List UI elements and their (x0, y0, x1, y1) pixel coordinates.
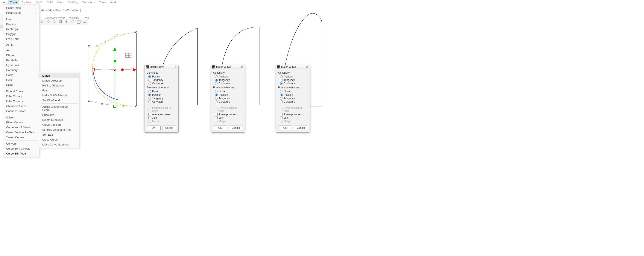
ok-button[interactable]: OK (213, 126, 227, 130)
dialog-titlebar[interactable]: Match Curve✕ (144, 65, 178, 69)
pan-icon[interactable] (40, 20, 45, 24)
menu-item-match[interactable]: Match (39, 73, 79, 78)
menu-item-move-curve-segment[interactable]: Move Curve Segment (39, 142, 79, 147)
menu-item-ellipse[interactable]: Ellipse› (3, 53, 39, 58)
menu-item-curve-from-objects[interactable]: Curve from Objects› (3, 146, 39, 151)
radio-position[interactable]: Position (278, 75, 308, 78)
menu-item-free-form[interactable]: Free-Form› (3, 36, 39, 42)
menu-item-connect-curves[interactable]: Connect Curves (3, 108, 39, 114)
radio-curvature[interactable]: Curvature (278, 82, 308, 85)
radio-tangency[interactable]: Tangency (213, 78, 243, 82)
cancel-button[interactable]: Cancel (294, 126, 308, 130)
radio-position[interactable]: Position (213, 93, 243, 96)
radio-curvature[interactable]: Curvature (146, 82, 176, 85)
zoom-window-icon[interactable] (52, 20, 57, 24)
grid-icon[interactable] (76, 20, 81, 24)
radio-position[interactable]: Position (213, 75, 243, 78)
menubar-item-transform[interactable]: Transform (80, 0, 97, 4)
menubar-item-surface[interactable]: Surface (19, 0, 33, 4)
check-average-curves[interactable]: Average curves (146, 113, 176, 116)
menu-item-convert[interactable]: Convert› (3, 141, 39, 146)
zoom-selected-icon[interactable] (64, 20, 69, 24)
radio-tangency[interactable]: Tangency (278, 78, 308, 82)
zoom-icon[interactable] (46, 20, 51, 24)
dialog-titlebar[interactable]: Match Curve✕ (276, 65, 310, 69)
menu-item-polygon[interactable]: Polygon› (3, 32, 39, 36)
menu-item-circle[interactable]: Circle› (3, 43, 39, 48)
menu-item-close-curve[interactable]: Close Curve (39, 137, 79, 142)
zoom-extents-icon[interactable] (58, 20, 63, 24)
check-join[interactable]: Join (213, 116, 243, 120)
render-icon[interactable] (82, 20, 87, 24)
menubar-item-tools[interactable]: Tools (97, 0, 108, 4)
menu-item-rectangle[interactable]: Rectangle› (3, 26, 39, 32)
close-icon[interactable]: ✕ (306, 66, 309, 68)
radio-curvature[interactable]: Curvature (213, 82, 243, 85)
check-join[interactable]: Join (278, 116, 308, 120)
menu-item-point-cloud[interactable]: Point Cloud› (3, 10, 39, 15)
menu-item-simplify-lines-and-arcs[interactable]: Simplify Lines and Arcs (39, 127, 79, 132)
radio-tangency[interactable]: Tangency (146, 96, 176, 100)
radio-curvature[interactable]: Curvature (146, 100, 176, 104)
close-icon[interactable]: ✕ (241, 66, 244, 68)
menu-item-match-direction[interactable]: Match Direction (39, 78, 79, 83)
radio-tangency[interactable]: Tangency (146, 78, 176, 82)
menu-item-soft-edit[interactable]: Soft Edit (39, 132, 79, 137)
cancel-button[interactable]: Cancel (229, 126, 243, 130)
menu-item-extend-curve[interactable]: Extend Curve› (3, 89, 39, 94)
close-icon[interactable]: ✕ (174, 66, 177, 68)
command-line[interactable]: urfaceEdge MatchTo=CurveEnd ) (40, 8, 81, 12)
radio-curvature[interactable]: Curvature (213, 100, 243, 104)
menubar-item-drafting[interactable]: Drafting (66, 0, 80, 4)
undo-view-icon[interactable] (70, 20, 75, 24)
menu-item-cross-section-profiles[interactable]: Cross-Section Profiles (3, 130, 39, 135)
check-average-curves[interactable]: Average curves (213, 113, 243, 116)
radio-none[interactable]: None (278, 90, 308, 93)
menu-item-curve-edit-tools[interactable]: Curve Edit Tools› (3, 151, 39, 156)
gutter-selection[interactable] (0, 25, 3, 28)
menubar-item-prev[interactable]: ve (0, 0, 8, 4)
menu-item-polyline[interactable]: Polyline› (3, 22, 39, 26)
menu-item-fillet-corners[interactable]: Fillet Corners (3, 99, 39, 104)
ok-button[interactable]: OK (146, 126, 160, 130)
menu-item-fillet-curves[interactable]: Fillet Curves (3, 94, 39, 99)
menu-item-blend-curves[interactable]: Blend Curves› (3, 120, 39, 125)
ok-button[interactable]: OK (278, 126, 292, 130)
menubar-item-solid[interactable]: Solid (45, 0, 55, 4)
check-average-curves[interactable]: Average curves (278, 113, 308, 116)
menubar-item-curve[interactable]: Curve (8, 0, 20, 4)
radio-position[interactable]: Position (278, 93, 308, 96)
menu-item-arc[interactable]: Arc› (3, 48, 39, 53)
radio-curvature[interactable]: Curvature (278, 100, 308, 104)
radio-none[interactable]: None (146, 90, 176, 93)
menu-item-spiral[interactable]: Spiral (3, 82, 39, 87)
radio-none[interactable]: None (213, 90, 243, 93)
radio-position[interactable]: Position (146, 93, 176, 96)
menu-item-adjust-closed-curve-seam[interactable]: Adjust Closed Curve Seam (39, 104, 79, 112)
radio-tangency[interactable]: Tangency (213, 96, 243, 100)
menu-item-conic[interactable]: Conic (3, 72, 39, 78)
menu-item-subcurve[interactable]: Subcurve (39, 112, 79, 118)
menu-item-catenary[interactable]: Catenary› (3, 68, 39, 72)
radio-position[interactable]: Position (146, 75, 176, 78)
menu-item-line[interactable]: Line› (3, 17, 39, 22)
menu-item-parabola[interactable]: Parabola› (3, 58, 39, 63)
menubar-item-mesh[interactable]: Mesh (55, 0, 66, 4)
menu-item-point-object[interactable]: Point Object› (3, 5, 39, 10)
menubar-item-analyze[interactable]: Anal (108, 0, 118, 4)
menu-item-refit-to-tolerance[interactable]: Refit to Tolerance (39, 83, 79, 88)
menu-item-curve-from-2-views[interactable]: Curve from 2 Views (3, 125, 39, 130)
menu-item-helix[interactable]: Helix (3, 78, 39, 82)
menu-item-hyperbola[interactable]: Hyperbola› (3, 63, 39, 68)
menu-item-chamfer-curves[interactable]: Chamfer Curves (3, 104, 39, 108)
menu-item-fair[interactable]: Fair (39, 88, 79, 93)
menu-item-curve-boolean[interactable]: Curve Boolean (39, 122, 79, 127)
dialog-titlebar[interactable]: Match Curve✕ (211, 65, 245, 69)
menu-item-delete-subcurve[interactable]: Delete Subcurve (39, 118, 79, 122)
menubar-item-subd[interactable]: SubD (33, 0, 45, 4)
menu-item-subdunfriend[interactable]: SubDUnfriend (39, 98, 79, 103)
menu-item-offset[interactable]: Offset› (3, 115, 39, 120)
menu-item-tween-curves[interactable]: Tween Curves (3, 135, 39, 140)
menu-item-make-subd-friendly[interactable]: Make SubD Friendly (39, 93, 79, 98)
radio-tangency[interactable]: Tangency (278, 96, 308, 100)
